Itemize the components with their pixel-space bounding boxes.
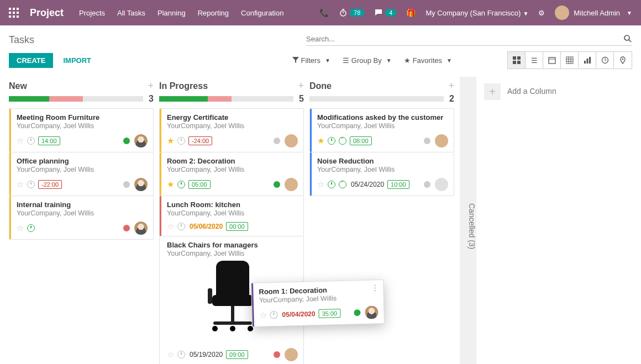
clock-icon[interactable] <box>328 137 335 145</box>
smiley-icon[interactable] <box>339 181 346 188</box>
clock-icon[interactable] <box>328 181 335 188</box>
assignee-avatar[interactable] <box>285 178 298 191</box>
card-subtitle: YourCompany, Joel Willis <box>17 122 148 130</box>
search-box[interactable] <box>306 32 632 46</box>
star-toggle[interactable]: ★ <box>317 136 324 146</box>
view-activity[interactable] <box>596 52 614 68</box>
create-button[interactable]: CREATE <box>9 53 53 68</box>
svg-line-13 <box>629 40 631 42</box>
status-dot[interactable] <box>424 181 430 188</box>
menu-all-tasks[interactable]: All Tasks <box>117 9 145 17</box>
assignee-avatar[interactable] <box>134 178 148 191</box>
star-toggle[interactable]: ☆ <box>317 180 324 189</box>
view-calendar[interactable] <box>543 52 561 68</box>
smiley-icon[interactable] <box>339 137 346 145</box>
add-card-icon[interactable]: + <box>448 80 454 92</box>
star-toggle[interactable]: ☆ <box>167 221 174 231</box>
search-input[interactable] <box>306 35 623 43</box>
clock-icon[interactable] <box>177 181 185 188</box>
clock-icon[interactable] <box>177 223 185 230</box>
star-toggle[interactable]: ☆ <box>167 350 174 360</box>
view-map[interactable] <box>614 52 632 68</box>
svg-point-31 <box>622 59 624 60</box>
task-card[interactable]: Meeting Room Furniture YourCompany, Joel… <box>9 108 154 152</box>
status-dot[interactable] <box>123 181 130 188</box>
add-column-input[interactable] <box>507 87 604 96</box>
view-pivot[interactable] <box>561 52 579 68</box>
star-toggle[interactable]: ☆ <box>17 223 24 233</box>
clock-icon[interactable] <box>27 181 35 188</box>
progress-bar <box>159 96 293 102</box>
add-card-icon[interactable]: + <box>298 80 304 92</box>
timer-icon[interactable]: 78 <box>339 8 364 17</box>
filters-label: Filters <box>301 56 320 65</box>
column-title: Done <box>309 81 332 91</box>
tools-icon[interactable]: ⚙ <box>538 9 545 17</box>
assignee-avatar[interactable] <box>285 134 298 147</box>
top-navbar: Project Projects All Tasks Planning Repo… <box>0 0 641 25</box>
menu-planning[interactable]: Planning <box>157 9 186 17</box>
assignee-avatar[interactable] <box>365 305 379 319</box>
task-card[interactable]: Room 2: Decoration YourCompany, Joel Wil… <box>159 152 304 196</box>
menu-reporting[interactable]: Reporting <box>198 9 229 17</box>
apps-icon[interactable] <box>9 8 30 18</box>
hours-chip: -24:00 <box>188 136 212 145</box>
task-card[interactable]: Internal training YourCompany, Joel Will… <box>9 196 154 240</box>
add-card-icon[interactable]: + <box>148 80 154 92</box>
status-dot[interactable] <box>424 138 430 144</box>
menu-configuration[interactable]: Configuration <box>241 9 283 17</box>
star-toggle[interactable]: ★ <box>167 180 174 189</box>
card-title: Office planning <box>17 157 148 165</box>
assignee-avatar[interactable] <box>435 134 448 147</box>
clock-icon[interactable] <box>177 351 185 358</box>
gift-icon[interactable]: 🎁 <box>406 8 416 17</box>
svg-point-12 <box>624 35 629 40</box>
groupby-dropdown[interactable]: ☰ Group By▼ <box>343 56 392 65</box>
svg-rect-4 <box>13 12 15 14</box>
user-menu[interactable]: Mitchell Admin ▼ <box>555 6 632 20</box>
clock-icon[interactable] <box>177 137 185 145</box>
dragged-task-card[interactable]: ⋮ Room 1: Decoration YourCompany, Joel W… <box>251 279 385 327</box>
add-column-button[interactable]: + <box>484 83 501 100</box>
task-card[interactable]: Office planning YourCompany, Joel Willis… <box>9 152 154 196</box>
column-count: 3 <box>149 94 154 104</box>
status-dot[interactable] <box>274 181 280 188</box>
menu-projects[interactable]: Projects <box>79 9 105 17</box>
task-card[interactable]: Noise Reduction YourCompany, Joel Willis… <box>309 152 454 196</box>
view-kanban[interactable] <box>508 52 526 68</box>
clock-icon[interactable] <box>270 311 277 319</box>
star-toggle[interactable]: ★ <box>167 136 174 146</box>
view-list[interactable]: ☰ <box>526 52 543 68</box>
search-icon[interactable] <box>623 34 632 43</box>
company-switcher[interactable]: My Company (San Francisco)▼ <box>425 9 528 17</box>
view-graph[interactable] <box>579 52 596 68</box>
clock-icon[interactable] <box>27 224 35 232</box>
task-card[interactable]: Lunch Room: kitchen YourCompany, Joel Wi… <box>159 196 304 236</box>
favorites-dropdown[interactable]: ★ Favorites▼ <box>404 56 452 65</box>
assignee-avatar[interactable] <box>285 348 298 361</box>
filters-dropdown[interactable]: Filters▼ <box>292 56 330 65</box>
star-toggle[interactable]: ☆ <box>17 180 24 189</box>
task-card[interactable]: Modifications asked by the customer Your… <box>309 108 454 152</box>
favorites-label: Favorites <box>413 56 442 65</box>
card-title: Energy Certificate <box>167 113 298 122</box>
app-brand[interactable]: Project <box>30 7 64 19</box>
assignee-avatar[interactable] <box>134 134 148 147</box>
assignee-avatar[interactable] <box>134 221 148 235</box>
card-title: Noise Reduction <box>317 157 448 165</box>
status-dot[interactable] <box>123 138 130 144</box>
task-card[interactable]: Energy Certificate YourCompany, Joel Wil… <box>159 108 304 152</box>
status-dot[interactable] <box>274 138 280 144</box>
status-dot[interactable] <box>354 309 360 316</box>
clock-icon[interactable] <box>27 137 35 145</box>
card-menu-icon[interactable]: ⋮ <box>371 283 379 292</box>
chat-icon[interactable]: 4 <box>374 8 396 17</box>
status-dot[interactable] <box>123 225 130 231</box>
star-toggle[interactable]: ☆ <box>259 310 266 320</box>
column-cancelled-collapsed[interactable]: Cancelled (3) <box>460 77 476 364</box>
star-toggle[interactable]: ☆ <box>17 136 24 146</box>
import-button[interactable]: IMPORT <box>63 56 91 65</box>
status-dot[interactable] <box>274 351 280 358</box>
assignee-avatar[interactable] <box>435 178 448 191</box>
phone-icon[interactable]: 📞 <box>319 8 329 17</box>
